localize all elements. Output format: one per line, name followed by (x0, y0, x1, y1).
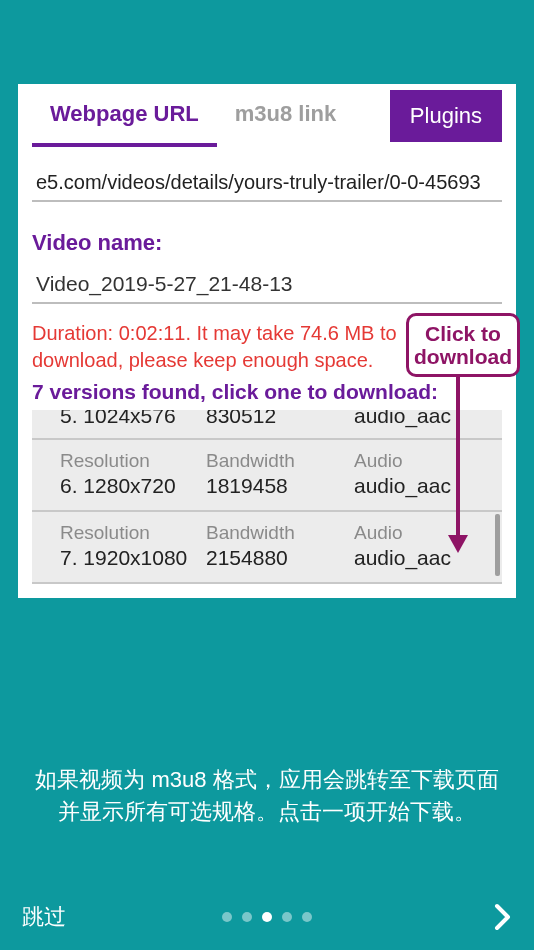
svg-marker-1 (448, 535, 468, 553)
tab-m3u8-link-label: m3u8 link (235, 101, 336, 127)
cell-resolution: 5. 1024x576 (60, 410, 206, 428)
cell-audio: audio_aac (354, 474, 502, 498)
cell-bandwidth: 2154880 (206, 546, 354, 570)
url-input[interactable]: e5.com/videos/details/yours-truly-traile… (32, 165, 502, 202)
callout-line2: download (414, 345, 512, 368)
skip-button[interactable]: 跳过 (22, 902, 66, 932)
next-button[interactable] (494, 903, 512, 931)
page-dot (282, 912, 292, 922)
plugins-button[interactable]: Plugins (390, 90, 502, 142)
page-dot-active (262, 912, 272, 922)
cell-resolution: 6. 1280x720 (60, 474, 206, 498)
version-row[interactable]: Resolution7. 1920x1080 Bandwidth2154880 … (32, 512, 502, 584)
cell-bandwidth: 830512 (206, 410, 354, 428)
col-header-audio: Audio (354, 522, 502, 544)
scroll-indicator[interactable] (495, 514, 500, 576)
chevron-right-icon (494, 903, 512, 931)
click-to-download-callout: Click to download (406, 313, 520, 377)
versions-list: Resolution5. 1024x576 Bandwidth830512 Au… (32, 410, 502, 584)
version-row-partial[interactable]: Resolution5. 1024x576 Bandwidth830512 Au… (32, 410, 502, 440)
tab-webpage-url[interactable]: Webpage URL (32, 84, 217, 147)
callout-arrow-icon (446, 377, 470, 555)
cell-audio: audio_aac (354, 410, 502, 428)
tab-m3u8-link[interactable]: m3u8 link (217, 84, 354, 147)
onboarding-description: 如果视频为 m3u8 格式，应用会跳转至下载页面并显示所有可选规格。点击一项开始… (32, 764, 502, 828)
col-header-audio: Audio (354, 450, 502, 472)
duration-message: Duration: 0:02:11. It may take 74.6 MB t… (32, 320, 402, 374)
cell-bandwidth: 1819458 (206, 474, 354, 498)
content-card: Webpage URL m3u8 link Plugins e5.com/vid… (18, 84, 516, 598)
col-header-bandwidth: Bandwidth (206, 522, 354, 544)
cell-audio: audio_aac (354, 546, 502, 570)
video-name-input[interactable]: Video_2019-5-27_21-48-13 (32, 266, 502, 304)
tab-bar: Webpage URL m3u8 link Plugins (18, 84, 516, 147)
page-indicator (222, 912, 312, 922)
video-name-label: Video name: (32, 230, 502, 256)
callout-line1: Click to (425, 322, 501, 345)
col-header-resolution: Resolution (60, 450, 206, 472)
col-header-resolution: Resolution (60, 522, 206, 544)
page-dot (242, 912, 252, 922)
page-dot (222, 912, 232, 922)
cell-resolution: 7. 1920x1080 (60, 546, 206, 570)
col-header-bandwidth: Bandwidth (206, 450, 354, 472)
onboarding-footer: 跳过 (0, 884, 534, 950)
version-row[interactable]: Resolution6. 1280x720 Bandwidth1819458 A… (32, 440, 502, 512)
page-dot (302, 912, 312, 922)
tab-webpage-url-label: Webpage URL (50, 101, 199, 127)
versions-found-message: 7 versions found, click one to download: (32, 380, 502, 404)
